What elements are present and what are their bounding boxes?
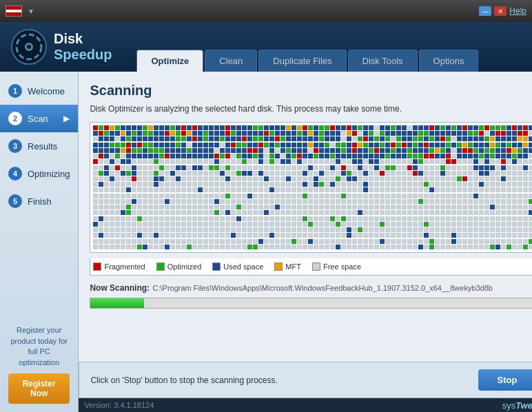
- disk-cell: [104, 187, 109, 192]
- tab-clean[interactable]: Clean: [205, 50, 257, 72]
- disk-cell: [93, 233, 98, 238]
- disk-cell: [231, 165, 236, 170]
- disk-cell: [170, 227, 175, 232]
- disk-cell: [198, 187, 203, 192]
- tab-optimize[interactable]: Optimize: [136, 50, 203, 72]
- disk-cell: [297, 222, 302, 227]
- disk-cell: [518, 194, 522, 198]
- disk-cell: [181, 210, 186, 215]
- disk-cell: [143, 245, 147, 249]
- disk-cell: [165, 131, 170, 136]
- disk-cell: [413, 233, 418, 238]
- disk-cell: [413, 216, 418, 221]
- disk-cell: [187, 227, 192, 232]
- disk-cell: [187, 136, 192, 141]
- disk-cell: [154, 216, 158, 221]
- disk-cell: [484, 176, 489, 181]
- stop-button[interactable]: Stop: [478, 369, 532, 391]
- disk-cell: [424, 125, 429, 130]
- disk-cell: [413, 187, 418, 192]
- disk-cell: [110, 187, 114, 192]
- disk-cell: [110, 182, 114, 187]
- disk-cell: [286, 210, 291, 215]
- disk-cell: [462, 222, 467, 227]
- disk-cell: [380, 159, 385, 164]
- disk-cell: [451, 176, 456, 181]
- disk-cell: [203, 165, 208, 170]
- disk-cell: [308, 187, 313, 192]
- disk-cell: [424, 245, 429, 249]
- disk-cell: [154, 125, 158, 130]
- disk-cell: [220, 136, 225, 141]
- disk-cell: [115, 227, 120, 232]
- disk-cell: [413, 136, 418, 141]
- disk-cell: [286, 136, 291, 141]
- disk-cell: [402, 222, 407, 227]
- disk-cell: [291, 171, 296, 176]
- disk-cell: [121, 131, 125, 136]
- disk-cell: [385, 159, 390, 164]
- disk-cell: [374, 143, 379, 147]
- disk-cell: [407, 194, 412, 198]
- disk-cell: [258, 233, 263, 238]
- disk-cell: [115, 171, 120, 176]
- disk-cell: [181, 159, 186, 164]
- close-button[interactable]: ✕: [494, 6, 507, 16]
- disk-cell: [99, 245, 103, 249]
- disk-cell: [231, 187, 236, 192]
- register-now-button[interactable]: Register Now: [8, 373, 70, 404]
- disk-cell: [264, 136, 269, 141]
- disk-cell: [104, 216, 109, 221]
- disk-cell: [308, 205, 313, 209]
- disk-cell: [385, 125, 390, 130]
- disk-cell: [347, 227, 351, 232]
- disk-cell: [126, 187, 131, 192]
- disk-cell: [264, 210, 269, 215]
- disk-cell: [170, 222, 175, 227]
- disk-cell: [319, 239, 324, 244]
- tab-disk-tools[interactable]: Disk Tools: [348, 50, 418, 72]
- disk-cell: [165, 125, 170, 130]
- disk-cell: [297, 205, 302, 209]
- disk-cell: [314, 176, 318, 181]
- disk-cell: [297, 245, 302, 249]
- disk-cell: [512, 171, 517, 176]
- tab-duplicate-files[interactable]: Duplicate Files: [258, 50, 346, 72]
- tab-options[interactable]: Options: [419, 50, 479, 72]
- sidebar-item-optimizing[interactable]: 4 Optimizing: [0, 160, 78, 187]
- sidebar-item-welcome[interactable]: 1 Welcome: [0, 77, 78, 105]
- disk-cell: [192, 233, 197, 238]
- disk-cell: [374, 216, 379, 221]
- disk-cell: [435, 136, 440, 141]
- disk-cell: [407, 227, 412, 232]
- disk-cell: [529, 194, 532, 198]
- disk-cell: [314, 182, 318, 187]
- disk-cell: [462, 210, 467, 215]
- disk-cell: [462, 176, 467, 181]
- disk-cell: [126, 125, 131, 130]
- disk-cell: [269, 216, 274, 221]
- help-link[interactable]: Help: [509, 6, 526, 16]
- disk-cell: [473, 245, 478, 249]
- disk-cell: [369, 199, 374, 204]
- disk-cell: [236, 148, 241, 153]
- sidebar-item-scan[interactable]: 2 Scan ▶: [0, 105, 78, 132]
- disk-cell: [209, 199, 214, 204]
- sidebar-item-finish[interactable]: 5 Finish: [0, 187, 78, 215]
- disk-cell: [148, 199, 153, 204]
- legend-used-space-label: Used space: [223, 262, 263, 271]
- disk-cell: [104, 239, 109, 244]
- disk-cell: [269, 143, 274, 147]
- sidebar-item-results[interactable]: 3 Results: [0, 132, 78, 160]
- disk-cell: [380, 176, 385, 181]
- disk-cell: [93, 205, 98, 209]
- disk-cell: [468, 199, 473, 204]
- disk-cell: [490, 239, 495, 244]
- minimize-button[interactable]: —: [479, 6, 491, 16]
- disk-cell: [385, 222, 390, 227]
- disk-cell: [501, 216, 506, 221]
- disk-cell: [247, 143, 252, 147]
- disk-cell: [154, 131, 158, 136]
- disk-cell: [121, 233, 125, 238]
- title-bar-dropdown[interactable]: ▼: [28, 8, 34, 15]
